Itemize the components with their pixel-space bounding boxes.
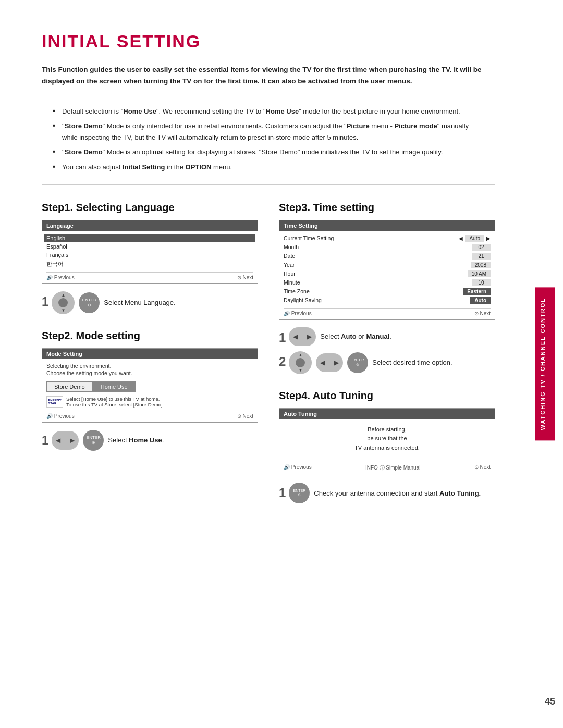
lang-nav-row: 🔊 Previous ⊙ Next (46, 272, 253, 280)
time-mockup-header: Time Setting (279, 220, 495, 231)
step4-enter-btn[interactable]: ENTER⊙ (289, 483, 310, 503)
mode-desc: Selecting the environment. Choose the se… (46, 362, 253, 377)
step1-section: Step1. Selecting Language Language Engli… (42, 202, 258, 314)
info-box: Default selection is "Home Use". We reco… (42, 97, 495, 184)
autotuning-next: ⊙ Next (474, 464, 491, 472)
autotuning-mockup: Auto Tuning Before starting, be sure tha… (279, 408, 495, 476)
info-list: Default selection is "Home Use". We reco… (53, 106, 484, 172)
time-row-date: Date 21 (284, 252, 491, 261)
mode-logo-text: Select [Home Use] to use this TV at home… (66, 396, 164, 408)
step3-horiz-disc: ◀ ▶ (289, 327, 316, 346)
main-content: INITIAL SETTING This Function guides the… (0, 0, 527, 728)
info-item-1: Default selection is "Home Use". We reco… (53, 106, 484, 117)
autotuning-prev: 🔊 Previous (284, 464, 312, 472)
step3-section: Step3. Time setting Time Setting Current… (279, 202, 495, 374)
step1-enter-btn[interactable]: ENTER⊙ (79, 292, 100, 313)
lang-espanol: Español (46, 242, 253, 251)
step3-horiz-disc2: ◀ ▶ (316, 353, 343, 372)
page-number: 45 (545, 696, 555, 707)
time-row-timezone: Time Zone Eastern (284, 287, 491, 296)
side-tab-label: WATCHING TV / CHANNEL CONTROL (535, 287, 555, 440)
step2-title: Step2. Mode setting (42, 330, 258, 342)
step3-control1-text: Select Auto or Manual. (320, 331, 391, 342)
mode-buttons: Store Demo Home Use (46, 381, 253, 392)
right-column: Step3. Time setting Time Setting Current… (279, 202, 495, 520)
autotuning-info: INFO ⓘ Simple Manual (365, 464, 421, 472)
step4-control: 1 ENTER⊙ Check your antenna connection a… (279, 483, 495, 503)
step2-horiz-disc: ◀ ▶ (52, 431, 79, 450)
step1-control-text: Select Menu Language. (104, 298, 175, 308)
time-mockup: Time Setting Current Time Setting ◀ Auto… (279, 220, 495, 320)
step2-control: 1 ◀ ▶ ENTER⊙ Select Home Use. (42, 430, 258, 451)
time-nav-row: 🔊 Previous ⊙ Next (284, 308, 491, 316)
page-title: INITIAL SETTING (42, 31, 495, 52)
language-mockup-header: Language (42, 220, 258, 231)
step3-vert-disc: ▲ ▼ (289, 351, 312, 374)
time-row-month: Month 02 (284, 243, 491, 252)
step3-control1: 1 ◀ ▶ Select Auto or Manual. (279, 327, 495, 346)
step2-enter-btn[interactable]: ENTER⊙ (83, 430, 104, 451)
sidebar: WATCHING TV / CHANNEL CONTROL 45 (527, 0, 563, 728)
time-row-daylight: Daylight Saving Auto (284, 296, 491, 305)
mode-logo-row: ENERGYSTAR Select [Home Use] to use this… (46, 396, 253, 408)
left-column: Step1. Selecting Language Language Engli… (42, 202, 258, 520)
intro-paragraph: This Function guides the user to easily … (42, 64, 495, 87)
page-container: INITIAL SETTING This Function guides the… (0, 0, 563, 728)
lang-francais: Français (46, 251, 253, 259)
time-prev: 🔊 Previous (284, 311, 312, 316)
language-mockup-body: English Español Français 한국어 🔊 Previous … (42, 231, 258, 283)
step4-control-text: Check your antenna connection and start … (314, 488, 481, 499)
autotuning-nav-row: 🔊 Previous INFO ⓘ Simple Manual ⊙ Next (279, 462, 495, 475)
step4-title: Step4. Auto Tuning (279, 390, 495, 402)
step3-title: Step3. Time setting (279, 202, 495, 214)
mode-mockup-body: Selecting the environment. Choose the se… (42, 359, 258, 422)
lang-prev: 🔊 Previous (46, 275, 75, 280)
time-mockup-body: Current Time Setting ◀ Auto ▶ Month 02 (279, 231, 495, 319)
step2-control-text: Select Home Use. (108, 435, 164, 446)
step1-control: 1 ▲ ▼ ENTER⊙ Select Menu Language. (42, 291, 258, 314)
mode-next: ⊙ Next (237, 413, 253, 419)
time-row-current: Current Time Setting ◀ Auto ▶ (284, 234, 491, 243)
step1-title: Step1. Selecting Language (42, 202, 258, 214)
step1-nav-disc: ▲ ▼ (52, 291, 75, 314)
language-mockup: Language English Español Français 한국어 🔊 … (42, 220, 258, 284)
autotuning-mockup-body: Before starting, be sure that the TV ant… (279, 419, 495, 459)
home-use-btn[interactable]: Home Use (93, 381, 136, 392)
step2-section: Step2. Mode setting Mode Setting Selecti… (42, 330, 258, 451)
mode-mockup: Mode Setting Selecting the environment. … (42, 348, 258, 423)
mode-nav-row: 🔊 Previous ⊙ Next (46, 411, 253, 419)
step3-control2-text: Select desired time option. (372, 357, 452, 368)
autotuning-mockup-header: Auto Tuning (279, 409, 495, 419)
steps-grid: Step1. Selecting Language Language Engli… (42, 202, 495, 520)
time-next: ⊙ Next (474, 311, 491, 316)
lang-next: ⊙ Next (237, 275, 253, 280)
store-demo-btn[interactable]: Store Demo (46, 381, 93, 392)
step4-section: Step4. Auto Tuning Auto Tuning Before st… (279, 390, 495, 504)
step3-enter-btn[interactable]: ENTER⊙ (347, 352, 368, 373)
mode-prev: 🔊 Previous (46, 413, 75, 419)
time-row-hour: Hour 10 AM (284, 269, 491, 278)
step3-control2: 2 ▲ ▼ ◀ ▶ ENTER⊙ S (279, 351, 495, 374)
info-item-4: You can also adjust Initial Setting in t… (53, 162, 484, 173)
time-row-minute: Minute 10 (284, 278, 491, 287)
step1-disc-inner (58, 298, 68, 307)
lang-korean: 한국어 (46, 259, 253, 269)
time-row-year: Year 2008 (284, 261, 491, 269)
info-item-2: "Store Demo" Mode is only intended for u… (53, 120, 484, 143)
energy-logo: ENERGYSTAR (46, 396, 63, 408)
info-item-3: "Store Demo" Mode is an optimal setting … (53, 146, 484, 158)
mode-mockup-header: Mode Setting (42, 349, 258, 359)
lang-english: English (44, 234, 255, 242)
